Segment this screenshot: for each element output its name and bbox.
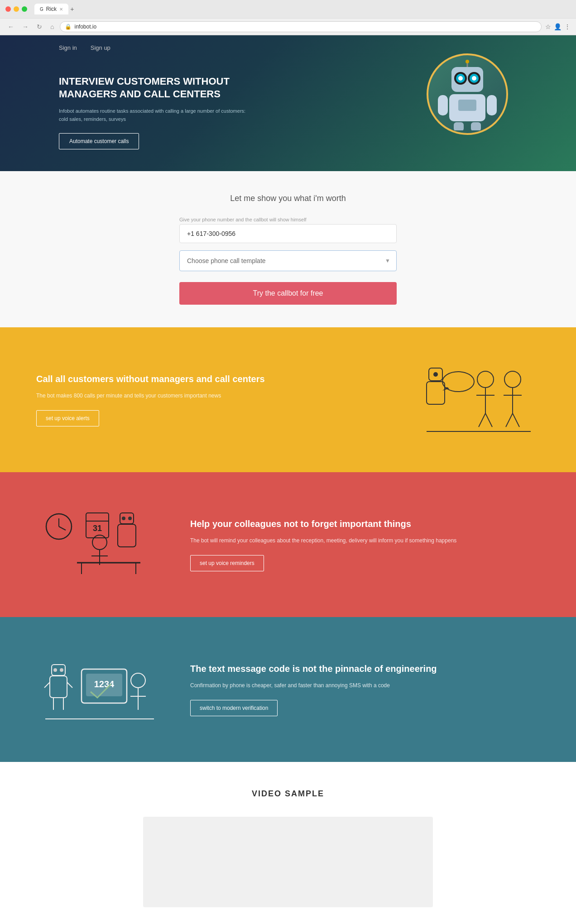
robot-svg [436, 58, 499, 130]
feature-red-text: The bot will remind your colleagues abou… [190, 536, 540, 545]
refresh-button[interactable]: ↻ [34, 22, 44, 31]
svg-point-44 [92, 535, 107, 550]
signin-link[interactable]: Sign in [59, 44, 77, 51]
svg-line-23 [479, 413, 485, 427]
video-placeholder [143, 817, 433, 907]
svg-line-24 [485, 413, 492, 427]
svg-line-33 [59, 527, 66, 530]
browser-toolbar: ← → ↻ ⌂ 🔒 infobot.io ☆ 👤 ⋮ [0, 18, 576, 35]
svg-rect-14 [471, 122, 481, 130]
svg-line-28 [506, 413, 513, 427]
svg-line-52 [67, 682, 72, 688]
svg-line-51 [44, 682, 50, 688]
browser-titlebar: G Rick ✕ + [0, 0, 576, 18]
menu-icon[interactable]: ⋮ [564, 23, 571, 30]
lock-icon: 🔒 [65, 24, 72, 30]
feature-yellow-content: Call all customers without managers and … [36, 373, 386, 426]
hero-section: Sign in Sign up INTERVIEW CUSTOMERS WITH… [0, 35, 576, 171]
voice-reminders-button[interactable]: set up voice reminders [190, 555, 264, 571]
svg-point-50 [60, 668, 63, 672]
demo-tagline: Let me show you what i'm worth [59, 194, 517, 203]
phone-input-container: Give your phone number and the callbot w… [179, 217, 397, 243]
svg-text:1234: 1234 [94, 679, 115, 689]
svg-rect-13 [454, 122, 464, 130]
feature-yellow-title: Call all customers without managers and … [36, 373, 386, 385]
close-button[interactable] [5, 6, 11, 12]
forward-button[interactable]: → [20, 22, 31, 31]
robot-illustration [427, 53, 508, 135]
toolbar-right: ☆ 👤 ⋮ [545, 23, 571, 30]
hero-subtitle: Infobot automates routine tasks associat… [59, 107, 249, 123]
svg-rect-15 [427, 382, 445, 404]
feature-yellow-text: The bot makes 800 calls per minute and t… [36, 391, 386, 400]
svg-point-17 [433, 372, 438, 377]
feature-teal-title: The text message code is not the pinnacl… [190, 663, 540, 675]
back-button[interactable]: ← [5, 22, 16, 31]
phone-input-label: Give your phone number and the callbot w… [179, 217, 397, 222]
verification-illustration: 1234 [41, 644, 158, 735]
voice-alerts-button[interactable]: set up voice alerts [36, 410, 99, 426]
svg-rect-12 [487, 95, 497, 115]
feature-teal-section: 1234 The text message code is not the pi… [0, 617, 576, 762]
tab-favicon: G [40, 7, 43, 12]
feature-red-title: Help your colleagues not to forget impor… [190, 518, 540, 530]
svg-point-5 [458, 76, 463, 81]
hero-robot [418, 53, 517, 153]
page: Sign in Sign up INTERVIEW CUSTOMERS WITH… [0, 35, 576, 924]
feature-yellow-section: Call all customers without managers and … [0, 327, 576, 472]
hero-content: INTERVIEW CUSTOMERS WITHOUT MANAGERS AND… [59, 75, 249, 149]
video-title: VIDEO SAMPLE [59, 789, 517, 799]
svg-point-40 [128, 517, 132, 520]
feature-red-illustration: 31 [36, 499, 163, 590]
profile-icon[interactable]: 👤 [554, 23, 562, 30]
bookmark-icon[interactable]: ☆ [545, 23, 551, 30]
maximize-button[interactable] [22, 6, 27, 12]
svg-rect-47 [50, 676, 67, 698]
svg-point-58 [131, 673, 145, 688]
hero-cta-button[interactable]: Automate customer calls [59, 133, 139, 149]
video-section: VIDEO SAMPLE [0, 762, 576, 924]
svg-rect-37 [118, 524, 136, 547]
demo-section: Let me show you what i'm worth Give your… [0, 171, 576, 327]
svg-point-8 [466, 60, 469, 63]
home-button[interactable]: ⌂ [48, 22, 56, 31]
tab-close-icon[interactable]: ✕ [59, 7, 63, 12]
svg-rect-10 [458, 100, 476, 111]
svg-point-6 [472, 76, 476, 81]
feature-red-section: 31 Help your colleagues not to forget im… [0, 472, 576, 617]
modern-verification-button[interactable]: switch to modern verification [190, 700, 278, 716]
svg-point-39 [122, 517, 125, 520]
feature-teal-content: The text message code is not the pinnacl… [190, 663, 540, 716]
feature-teal-illustration: 1234 [36, 644, 163, 735]
feature-teal-text: Confirmation by phone is cheaper, safer … [190, 681, 540, 690]
svg-text:31: 31 [93, 524, 102, 533]
signup-link[interactable]: Sign up [91, 44, 110, 51]
try-callbot-button[interactable]: Try the callbot for free [179, 282, 397, 305]
url-text: infobot.io [74, 24, 96, 30]
svg-rect-11 [438, 95, 448, 115]
svg-point-25 [504, 371, 521, 388]
svg-point-20 [477, 371, 494, 388]
template-select[interactable]: Choose phone call template [179, 250, 397, 271]
minimize-button[interactable] [14, 6, 19, 12]
address-bar[interactable]: 🔒 infobot.io [60, 21, 542, 32]
tab-title: Rick [46, 6, 57, 12]
tab-bar: G Rick ✕ + [34, 4, 74, 14]
svg-point-49 [53, 668, 57, 672]
browser-chrome: G Rick ✕ + ← → ↻ ⌂ 🔒 infobot.io ☆ 👤 ⋮ [0, 0, 576, 35]
hero-nav: Sign in Sign up [59, 44, 110, 51]
feature-yellow-illustration [413, 354, 540, 445]
feature-red-content: Help your colleagues not to forget impor… [190, 518, 540, 571]
template-select-container: Choose phone call template ▼ [179, 250, 397, 271]
active-tab[interactable]: G Rick ✕ [34, 4, 68, 14]
traffic-lights [5, 6, 27, 12]
phone-input[interactable] [179, 224, 397, 243]
new-tab-button[interactable]: + [70, 5, 74, 13]
people-illustration [418, 354, 535, 445]
office-illustration: 31 [41, 499, 158, 590]
svg-line-29 [513, 413, 519, 427]
hero-title: INTERVIEW CUSTOMERS WITHOUT MANAGERS AND… [59, 75, 249, 101]
